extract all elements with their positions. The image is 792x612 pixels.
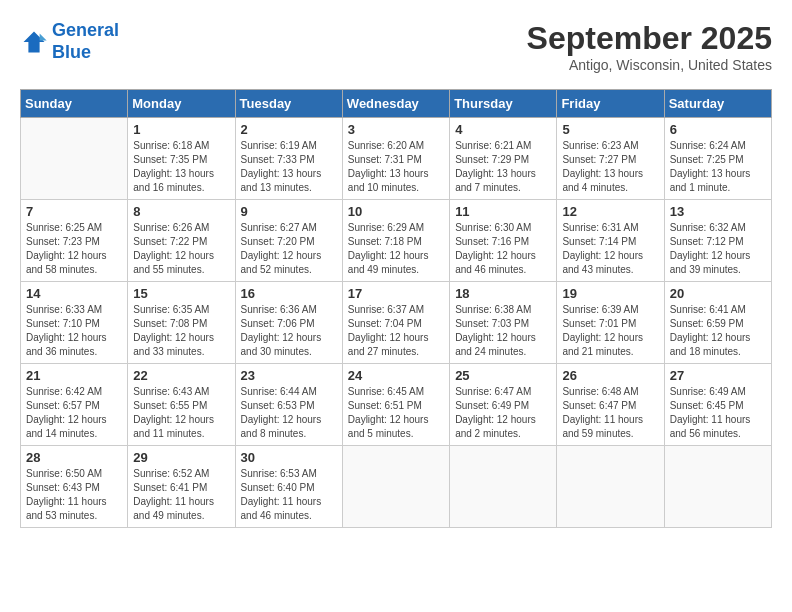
cell-info: Sunrise: 6:24 AMSunset: 7:25 PMDaylight:… [670, 139, 766, 195]
calendar-cell: 19Sunrise: 6:39 AMSunset: 7:01 PMDayligh… [557, 282, 664, 364]
month-title: September 2025 [527, 20, 772, 57]
week-row-5: 28Sunrise: 6:50 AMSunset: 6:43 PMDayligh… [21, 446, 772, 528]
calendar-cell: 14Sunrise: 6:33 AMSunset: 7:10 PMDayligh… [21, 282, 128, 364]
calendar-cell: 21Sunrise: 6:42 AMSunset: 6:57 PMDayligh… [21, 364, 128, 446]
day-number: 8 [133, 204, 229, 219]
cell-info: Sunrise: 6:27 AMSunset: 7:20 PMDaylight:… [241, 221, 337, 277]
calendar-cell: 25Sunrise: 6:47 AMSunset: 6:49 PMDayligh… [450, 364, 557, 446]
day-number: 19 [562, 286, 658, 301]
week-row-3: 14Sunrise: 6:33 AMSunset: 7:10 PMDayligh… [21, 282, 772, 364]
weekday-header-friday: Friday [557, 90, 664, 118]
cell-info: Sunrise: 6:38 AMSunset: 7:03 PMDaylight:… [455, 303, 551, 359]
calendar-cell: 12Sunrise: 6:31 AMSunset: 7:14 PMDayligh… [557, 200, 664, 282]
cell-info: Sunrise: 6:18 AMSunset: 7:35 PMDaylight:… [133, 139, 229, 195]
day-number: 20 [670, 286, 766, 301]
calendar-cell: 2Sunrise: 6:19 AMSunset: 7:33 PMDaylight… [235, 118, 342, 200]
calendar-table: SundayMondayTuesdayWednesdayThursdayFrid… [20, 89, 772, 528]
logo-line2: Blue [52, 42, 91, 62]
logo-line1: General [52, 20, 119, 40]
calendar-cell: 6Sunrise: 6:24 AMSunset: 7:25 PMDaylight… [664, 118, 771, 200]
cell-info: Sunrise: 6:29 AMSunset: 7:18 PMDaylight:… [348, 221, 444, 277]
calendar-cell [664, 446, 771, 528]
day-number: 16 [241, 286, 337, 301]
calendar-cell: 8Sunrise: 6:26 AMSunset: 7:22 PMDaylight… [128, 200, 235, 282]
weekday-header-wednesday: Wednesday [342, 90, 449, 118]
calendar-cell: 16Sunrise: 6:36 AMSunset: 7:06 PMDayligh… [235, 282, 342, 364]
day-number: 22 [133, 368, 229, 383]
day-number: 15 [133, 286, 229, 301]
cell-info: Sunrise: 6:37 AMSunset: 7:04 PMDaylight:… [348, 303, 444, 359]
cell-info: Sunrise: 6:45 AMSunset: 6:51 PMDaylight:… [348, 385, 444, 441]
logo-icon [20, 28, 48, 56]
day-number: 28 [26, 450, 122, 465]
day-number: 26 [562, 368, 658, 383]
cell-info: Sunrise: 6:44 AMSunset: 6:53 PMDaylight:… [241, 385, 337, 441]
calendar-cell: 1Sunrise: 6:18 AMSunset: 7:35 PMDaylight… [128, 118, 235, 200]
weekday-header-row: SundayMondayTuesdayWednesdayThursdayFrid… [21, 90, 772, 118]
weekday-header-sunday: Sunday [21, 90, 128, 118]
svg-marker-0 [24, 31, 45, 52]
cell-info: Sunrise: 6:43 AMSunset: 6:55 PMDaylight:… [133, 385, 229, 441]
cell-info: Sunrise: 6:25 AMSunset: 7:23 PMDaylight:… [26, 221, 122, 277]
calendar-cell [21, 118, 128, 200]
weekday-header-saturday: Saturday [664, 90, 771, 118]
cell-info: Sunrise: 6:19 AMSunset: 7:33 PMDaylight:… [241, 139, 337, 195]
cell-info: Sunrise: 6:47 AMSunset: 6:49 PMDaylight:… [455, 385, 551, 441]
calendar-cell: 15Sunrise: 6:35 AMSunset: 7:08 PMDayligh… [128, 282, 235, 364]
svg-marker-1 [40, 33, 47, 40]
day-number: 24 [348, 368, 444, 383]
calendar-cell: 30Sunrise: 6:53 AMSunset: 6:40 PMDayligh… [235, 446, 342, 528]
cell-info: Sunrise: 6:30 AMSunset: 7:16 PMDaylight:… [455, 221, 551, 277]
calendar-cell: 13Sunrise: 6:32 AMSunset: 7:12 PMDayligh… [664, 200, 771, 282]
cell-info: Sunrise: 6:35 AMSunset: 7:08 PMDaylight:… [133, 303, 229, 359]
cell-info: Sunrise: 6:49 AMSunset: 6:45 PMDaylight:… [670, 385, 766, 441]
day-number: 29 [133, 450, 229, 465]
cell-info: Sunrise: 6:23 AMSunset: 7:27 PMDaylight:… [562, 139, 658, 195]
day-number: 5 [562, 122, 658, 137]
day-number: 2 [241, 122, 337, 137]
day-number: 21 [26, 368, 122, 383]
logo: General Blue [20, 20, 119, 63]
calendar-cell: 28Sunrise: 6:50 AMSunset: 6:43 PMDayligh… [21, 446, 128, 528]
cell-info: Sunrise: 6:26 AMSunset: 7:22 PMDaylight:… [133, 221, 229, 277]
calendar-cell [342, 446, 449, 528]
calendar-cell: 24Sunrise: 6:45 AMSunset: 6:51 PMDayligh… [342, 364, 449, 446]
calendar-cell: 4Sunrise: 6:21 AMSunset: 7:29 PMDaylight… [450, 118, 557, 200]
week-row-2: 7Sunrise: 6:25 AMSunset: 7:23 PMDaylight… [21, 200, 772, 282]
cell-info: Sunrise: 6:21 AMSunset: 7:29 PMDaylight:… [455, 139, 551, 195]
calendar-cell: 22Sunrise: 6:43 AMSunset: 6:55 PMDayligh… [128, 364, 235, 446]
day-number: 13 [670, 204, 766, 219]
cell-info: Sunrise: 6:32 AMSunset: 7:12 PMDaylight:… [670, 221, 766, 277]
day-number: 27 [670, 368, 766, 383]
weekday-header-monday: Monday [128, 90, 235, 118]
day-number: 3 [348, 122, 444, 137]
calendar-cell: 10Sunrise: 6:29 AMSunset: 7:18 PMDayligh… [342, 200, 449, 282]
day-number: 30 [241, 450, 337, 465]
calendar-cell: 3Sunrise: 6:20 AMSunset: 7:31 PMDaylight… [342, 118, 449, 200]
logo-text: General Blue [52, 20, 119, 63]
cell-info: Sunrise: 6:50 AMSunset: 6:43 PMDaylight:… [26, 467, 122, 523]
calendar-cell [557, 446, 664, 528]
day-number: 23 [241, 368, 337, 383]
calendar-cell [450, 446, 557, 528]
calendar-cell: 9Sunrise: 6:27 AMSunset: 7:20 PMDaylight… [235, 200, 342, 282]
cell-info: Sunrise: 6:42 AMSunset: 6:57 PMDaylight:… [26, 385, 122, 441]
calendar-cell: 7Sunrise: 6:25 AMSunset: 7:23 PMDaylight… [21, 200, 128, 282]
weekday-header-tuesday: Tuesday [235, 90, 342, 118]
page-header: General Blue September 2025 Antigo, Wisc… [20, 20, 772, 73]
day-number: 12 [562, 204, 658, 219]
cell-info: Sunrise: 6:39 AMSunset: 7:01 PMDaylight:… [562, 303, 658, 359]
cell-info: Sunrise: 6:31 AMSunset: 7:14 PMDaylight:… [562, 221, 658, 277]
cell-info: Sunrise: 6:20 AMSunset: 7:31 PMDaylight:… [348, 139, 444, 195]
day-number: 18 [455, 286, 551, 301]
cell-info: Sunrise: 6:48 AMSunset: 6:47 PMDaylight:… [562, 385, 658, 441]
week-row-4: 21Sunrise: 6:42 AMSunset: 6:57 PMDayligh… [21, 364, 772, 446]
calendar-cell: 5Sunrise: 6:23 AMSunset: 7:27 PMDaylight… [557, 118, 664, 200]
calendar-cell: 11Sunrise: 6:30 AMSunset: 7:16 PMDayligh… [450, 200, 557, 282]
calendar-cell: 23Sunrise: 6:44 AMSunset: 6:53 PMDayligh… [235, 364, 342, 446]
day-number: 7 [26, 204, 122, 219]
cell-info: Sunrise: 6:41 AMSunset: 6:59 PMDaylight:… [670, 303, 766, 359]
day-number: 1 [133, 122, 229, 137]
cell-info: Sunrise: 6:53 AMSunset: 6:40 PMDaylight:… [241, 467, 337, 523]
calendar-cell: 26Sunrise: 6:48 AMSunset: 6:47 PMDayligh… [557, 364, 664, 446]
